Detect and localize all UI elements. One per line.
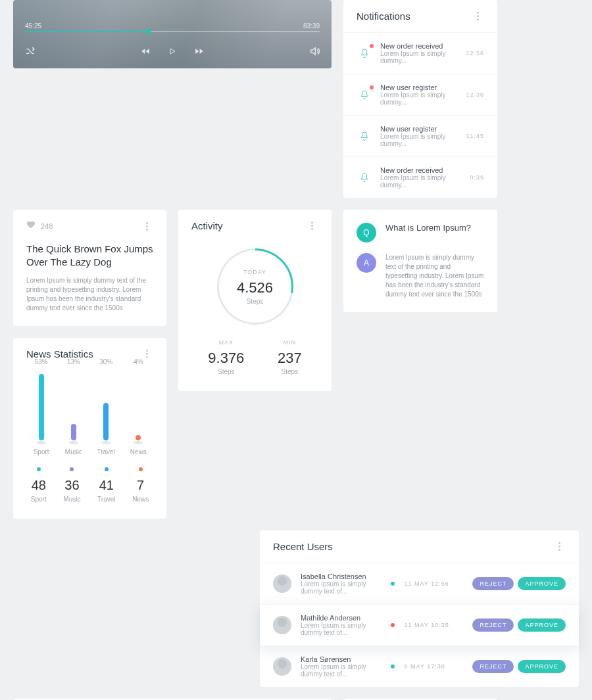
reject-button[interactable]: REJECT <box>472 618 514 632</box>
notification-desc: Lorem Ipsum is simply dummy... <box>380 50 458 64</box>
notification-item[interactable]: New user register Lorem Ipsum is simply … <box>343 115 497 156</box>
recent-user-row: Mathilde Andersen Lorem Ipsum is simply … <box>260 604 579 645</box>
news-stats-card: News Statistics 53% Sport 13% Music 30% … <box>13 338 166 519</box>
approve-button[interactable]: APPROVE <box>518 577 566 590</box>
approve-button[interactable]: APPROVE <box>518 660 566 673</box>
avatar <box>273 574 291 593</box>
notifications-title: Notifications <box>357 11 410 22</box>
bell-icon <box>357 170 372 185</box>
avatar <box>273 657 291 676</box>
reject-button[interactable]: REJECT <box>472 660 514 673</box>
status-dot <box>391 665 395 668</box>
user-name: Karla Sørensen <box>301 655 382 663</box>
legend-item: 36 Music <box>63 467 80 503</box>
more-icon[interactable] <box>553 542 566 551</box>
stat-bar: 4% News <box>123 358 153 455</box>
avatar <box>273 616 291 634</box>
activity-min-value: 237 <box>278 350 302 367</box>
user-time: 9 MAY 17:38 <box>404 663 463 670</box>
activity-card: Activity TODAY 4.526 Steps MAX 9.376 Ste… <box>178 210 332 391</box>
reject-button[interactable]: REJECT <box>472 577 514 590</box>
notification-time: 11:45 <box>466 133 484 139</box>
notification-desc: Lorem Ipsum is simply dummy... <box>380 91 458 106</box>
notification-title: New user register <box>380 125 458 133</box>
stat-bar: 53% Sport <box>26 358 57 455</box>
rewind-icon[interactable] <box>141 47 150 56</box>
video-duration: 83:39 <box>303 22 320 30</box>
volume-icon[interactable] <box>309 46 320 57</box>
post-body: Lorem Ipsum is simply dummy text of the … <box>26 276 153 313</box>
bell-icon <box>357 45 372 61</box>
user-desc: Lorem Ipsum is simply dummy text of... <box>301 622 382 636</box>
video-seek-track[interactable] <box>25 31 320 32</box>
stat-bar: 13% Music <box>59 358 89 455</box>
bell-icon <box>357 128 372 144</box>
notification-title: New user register <box>380 83 458 91</box>
notification-item[interactable]: New order received Lorem Ipsum is simply… <box>343 32 497 74</box>
activity-min-label: MIN <box>278 339 302 346</box>
video-player[interactable]: 45:25 83:39 <box>13 0 332 68</box>
activity-max-unit: Steps <box>208 368 244 375</box>
legend-item: 41 Travel <box>97 467 115 503</box>
avatar-q: Q <box>357 223 376 243</box>
recent-user-row: Karla Sørensen Lorem Ipsum is simply dum… <box>260 645 579 687</box>
avatar-a: A <box>357 253 376 273</box>
video-current-time: 45:25 <box>25 22 41 30</box>
activity-min-unit: Steps <box>278 368 302 375</box>
more-icon[interactable] <box>305 222 318 230</box>
more-icon[interactable] <box>140 350 153 358</box>
notification-time: 9:39 <box>470 174 484 181</box>
status-dot <box>391 623 395 627</box>
heart-icon[interactable] <box>26 220 36 232</box>
stat-bar: 30% Travel <box>91 358 121 455</box>
like-count: 248 <box>41 222 53 230</box>
legend-item: 7 News <box>132 467 149 503</box>
status-dot <box>391 582 395 586</box>
forward-icon[interactable] <box>195 47 204 56</box>
notification-item[interactable]: New order received Lorem Ipsum is simply… <box>343 156 497 198</box>
activity-today-unit: Steps <box>247 298 264 305</box>
user-desc: Lorem Ipsum is simply dummy text of... <box>301 580 382 595</box>
recent-user-row: Isabella Christensen Lorem Ipsum is simp… <box>260 563 579 604</box>
notification-title: New order received <box>380 166 462 174</box>
notification-desc: Lorem Ipsum is simply dummy... <box>380 174 462 189</box>
qa-answer: Lorem Ipsum is simply dummy text of the … <box>385 253 484 299</box>
user-name: Mathilde Andersen <box>301 614 382 622</box>
notification-time: 12:56 <box>466 50 484 57</box>
legend-item: 48 Sport <box>31 467 47 503</box>
more-icon[interactable] <box>140 222 153 231</box>
user-desc: Lorem Ipsum is simply dummy text of... <box>301 663 382 678</box>
post-title: The Quick Brown Fox JumpsOver The Lazy D… <box>26 243 153 269</box>
activity-max-value: 9.376 <box>208 350 244 367</box>
activity-max-label: MAX <box>208 339 244 346</box>
user-name: Isabella Christensen <box>301 572 382 580</box>
user-time: 11 MAY 12:56 <box>404 580 463 587</box>
approve-button[interactable]: APPROVE <box>518 618 566 632</box>
recent-users-title: Recent Users <box>273 541 333 552</box>
user-time: 11 MAY 10:35 <box>404 622 463 628</box>
notification-title: New order received <box>380 42 458 50</box>
notification-item[interactable]: New user register Lorem Ipsum is simply … <box>343 74 497 115</box>
bell-icon <box>357 87 372 103</box>
play-icon[interactable] <box>168 47 176 55</box>
activity-ring: TODAY 4.526 Steps <box>217 248 293 325</box>
activity-today-label: TODAY <box>243 269 266 275</box>
qa-card: Q What is Lorem Ipsum? A Lorem Ipsum is … <box>343 210 497 312</box>
qa-question: What is Lorem Ipsum? <box>385 223 471 243</box>
activity-title: Activity <box>191 220 223 231</box>
notifications-card: Notifications New order received Lorem I… <box>343 0 497 198</box>
notification-time: 12:36 <box>466 91 484 98</box>
activity-today-value: 4.526 <box>237 279 273 296</box>
post-card: 248 The Quick Brown Fox JumpsOver The La… <box>13 210 166 326</box>
notification-desc: Lorem Ipsum is simply dummy... <box>380 133 458 147</box>
more-icon[interactable] <box>471 12 484 20</box>
recent-users-card: Recent Users Isabella Christensen Lorem … <box>260 530 579 687</box>
shuffle-icon[interactable] <box>25 46 36 57</box>
